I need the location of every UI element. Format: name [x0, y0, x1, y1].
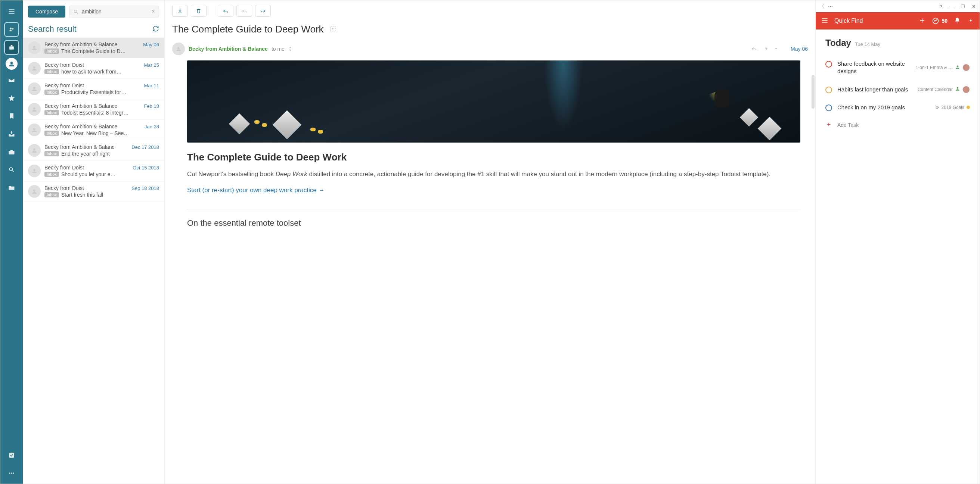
message-date: Mar 25 — [144, 62, 159, 68]
article-link[interactable]: Start (or re-start) your own deep work p… — [187, 187, 800, 194]
nav-back-icon[interactable]: 〈 — [819, 3, 824, 10]
folder-badge: Inbox — [45, 69, 59, 74]
nav-folder[interactable] — [4, 180, 19, 195]
assignee-avatar — [963, 64, 970, 71]
message-row[interactable]: Becky from Ambition & Balance Jan 28 Inb… — [23, 120, 164, 140]
message-row[interactable]: Becky from Doist Sep 18 2018 Inbox Start… — [23, 181, 164, 202]
quick-find[interactable]: Quick Find — [834, 17, 912, 24]
refresh-button[interactable] — [153, 25, 159, 33]
reply-button[interactable] — [218, 5, 234, 17]
svg-point-1 — [12, 28, 13, 30]
nav-profile[interactable] — [6, 58, 18, 70]
compose-button[interactable]: Compose — [28, 6, 65, 17]
search-box[interactable]: × — [69, 6, 159, 17]
nav-starred[interactable] — [4, 91, 19, 106]
email-hero-image — [187, 60, 800, 143]
forward-button[interactable] — [255, 5, 271, 17]
svg-rect-4 — [9, 151, 14, 154]
nav-toolbox[interactable] — [4, 144, 19, 159]
task-row[interactable]: Share feedback on website designs 1-on-1… — [826, 56, 970, 81]
notifications-icon[interactable] — [953, 17, 961, 25]
hamburger-icon[interactable] — [821, 17, 828, 25]
add-tag-button[interactable] — [329, 25, 337, 33]
nav-contacts[interactable] — [4, 22, 19, 37]
project-color-dot — [967, 106, 970, 109]
maximize-icon[interactable]: ☐ — [961, 4, 965, 10]
list-heading: Search result — [28, 24, 76, 34]
email-subject: The Complete Guide to Deep Work — [172, 24, 324, 35]
svg-point-16 — [33, 128, 35, 130]
karma-score[interactable]: 50 — [932, 17, 948, 25]
nav-outbox[interactable] — [4, 127, 19, 141]
message-row[interactable]: Becky from Ambition & Balance Feb 18 Inb… — [23, 99, 164, 120]
menu-button[interactable] — [4, 4, 19, 19]
reading-pane: The Complete Guide to Deep Work Becky fr… — [165, 0, 815, 484]
nav-rail — [0, 0, 23, 484]
message-date: Dec 17 2018 — [132, 144, 159, 150]
svg-point-11 — [74, 10, 77, 13]
task-row[interactable]: Habits last longer than goals Content Ca… — [826, 81, 970, 99]
reply-all-button[interactable] — [236, 5, 252, 17]
scrollbar-thumb[interactable] — [811, 75, 815, 109]
svg-rect-7 — [9, 453, 14, 457]
minimize-icon[interactable]: — — [949, 4, 954, 10]
person-icon — [955, 65, 960, 71]
message-subject: how to ask to work from… — [61, 69, 159, 75]
folder-badge: Inbox — [45, 110, 59, 115]
svg-point-23 — [970, 19, 972, 21]
message-date: Feb 18 — [144, 103, 159, 109]
message-row[interactable]: Becky from Doist Oct 15 2018 Inbox Shoul… — [23, 161, 164, 181]
task-checkbox[interactable] — [826, 87, 832, 93]
message-avatar — [28, 185, 41, 198]
plus-icon: + — [826, 121, 832, 129]
search-icon — [73, 9, 79, 14]
nav-tasks[interactable] — [4, 448, 19, 463]
header-more-icon[interactable] — [773, 46, 779, 52]
task-title: Habits last longer than goals — [837, 86, 912, 93]
search-clear-button[interactable]: × — [152, 8, 155, 15]
download-button[interactable] — [172, 5, 188, 17]
message-date: Oct 15 2018 — [133, 165, 159, 171]
message-sender: Becky from Ambition & Balance — [45, 103, 117, 109]
expand-recipients-icon[interactable] — [288, 47, 292, 51]
folder-badge: Inbox — [45, 49, 59, 54]
message-row[interactable]: Becky from Doist Mar 11 Inbox Productivi… — [23, 79, 164, 99]
task-project: Content Calendar — [918, 87, 953, 92]
nav-more-icon[interactable]: ⋯ — [828, 4, 833, 10]
task-row[interactable]: Check in on my 2019 goals ⟳2019 Goals — [826, 99, 970, 117]
folder-badge: Inbox — [45, 171, 59, 177]
settings-icon[interactable] — [967, 17, 974, 25]
message-row[interactable]: Becky from Doist Mar 25 Inbox how to ask… — [23, 58, 164, 79]
todoist-panel: 〈 ⋯ ? — ☐ ✕ Quick Find 50 Today — [815, 0, 980, 484]
message-row[interactable]: Becky from Ambition & Balance May 06 Inb… — [23, 38, 164, 58]
delete-button[interactable] — [191, 5, 207, 17]
close-icon[interactable]: ✕ — [972, 4, 976, 10]
nav-more[interactable] — [4, 466, 19, 481]
header-forward-icon[interactable] — [762, 46, 768, 52]
message-list-pane: Compose × Search result Becky from Ambit… — [23, 0, 165, 484]
nav-bookmark[interactable] — [4, 109, 19, 124]
message-sender: Becky from Doist — [45, 185, 84, 191]
message-row[interactable]: Becky from Ambition & Balanc Dec 17 2018… — [23, 140, 164, 161]
folder-badge: Inbox — [45, 192, 59, 197]
search-input[interactable] — [82, 9, 152, 14]
svg-point-21 — [177, 47, 180, 49]
add-icon[interactable] — [918, 17, 926, 25]
svg-point-15 — [33, 108, 35, 110]
task-checkbox[interactable] — [826, 105, 832, 111]
nav-search-key[interactable] — [4, 162, 19, 177]
svg-point-12 — [33, 46, 35, 48]
message-subject: Should you let your e… — [61, 171, 159, 177]
message-subject: Start fresh this fall — [61, 192, 159, 198]
add-task-button[interactable]: + Add Task — [826, 117, 970, 132]
header-reply-icon[interactable] — [751, 46, 757, 52]
sender-name[interactable]: Becky from Ambition & Balance — [189, 46, 268, 52]
help-icon[interactable]: ? — [940, 4, 942, 10]
task-checkbox[interactable] — [826, 61, 832, 68]
message-sender: Becky from Ambition & Balance — [45, 41, 117, 48]
message-avatar — [28, 144, 41, 157]
svg-point-18 — [33, 169, 35, 171]
nav-work[interactable] — [4, 40, 19, 55]
nav-inbox[interactable] — [4, 73, 19, 88]
message-avatar — [28, 103, 41, 116]
